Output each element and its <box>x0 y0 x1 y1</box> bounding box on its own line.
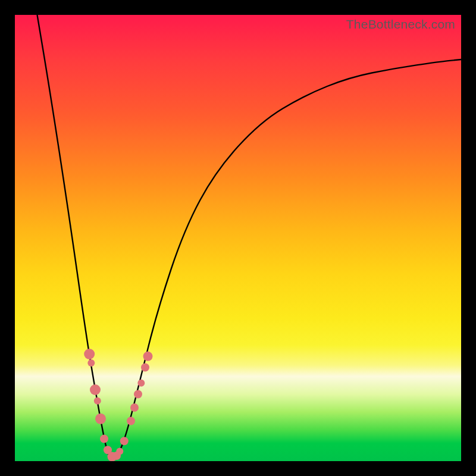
bead <box>130 403 139 412</box>
bead <box>137 380 145 387</box>
bead <box>127 417 135 425</box>
bead <box>134 390 142 399</box>
bead <box>116 448 123 455</box>
bead <box>143 352 153 361</box>
curve-path <box>37 15 462 460</box>
plot-frame: TheBottleneck.com <box>15 15 461 461</box>
bead <box>95 414 106 424</box>
bead <box>141 364 149 372</box>
bead <box>84 349 95 359</box>
bead <box>120 437 129 445</box>
bottleneck-curve <box>15 15 461 461</box>
bead <box>87 359 95 367</box>
bead <box>94 397 101 405</box>
bead <box>90 384 101 395</box>
bead-group <box>84 349 152 461</box>
bead <box>100 435 108 443</box>
